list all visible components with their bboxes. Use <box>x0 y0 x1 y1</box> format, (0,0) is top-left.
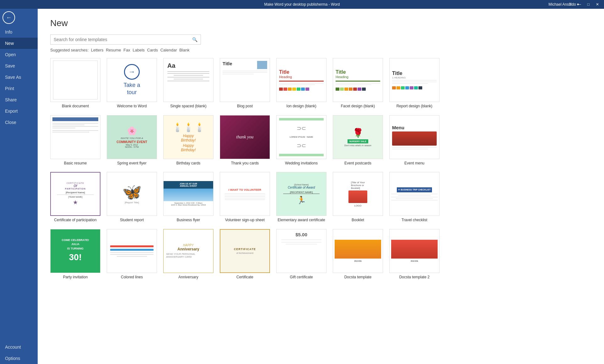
template-single-spaced[interactable]: Aa Single spaced (blank) <box>163 58 213 109</box>
sidebar-item-info[interactable]: Info <box>0 26 38 38</box>
template-event-menu[interactable]: Menu Event menu <box>389 115 440 166</box>
search-button[interactable]: 🔍 <box>189 35 201 44</box>
take-tour-arrow-icon: → <box>124 64 140 80</box>
template-facet-design[interactable]: Title Heading Facet de <box>333 58 383 109</box>
sidebar-item-print[interactable]: Print <box>0 83 38 94</box>
template-volunteer-signup[interactable]: I WANT TO VOLUNTEER Volunteer sign-up sh… <box>220 172 270 223</box>
template-label-event-postcards: Event postcards <box>344 161 371 166</box>
sidebar-item-export[interactable]: Export <box>0 105 38 117</box>
docsta2-img <box>391 240 438 259</box>
template-label-resume: Basic resume <box>64 161 87 166</box>
butterfly-icon: 🦋 <box>122 184 142 200</box>
template-label-party: Party invitation <box>63 275 88 280</box>
docsta1-img <box>335 240 381 259</box>
blog-img-placeholder <box>257 61 267 69</box>
volunteer-title: I WANT TO VOLUNTEER <box>229 188 261 191</box>
search-input[interactable] <box>51 35 189 44</box>
template-elementary-award[interactable]: [School Name] Certificate of Award [RECI… <box>276 172 326 223</box>
template-label-tour: Welcome to Word <box>117 104 147 109</box>
sidebar-item-account[interactable]: Account <box>0 341 38 353</box>
suggested-label: Suggested searches: <box>50 48 89 52</box>
template-label-blank: Blank document <box>62 104 89 109</box>
sugg-fax[interactable]: Fax <box>123 48 130 52</box>
wedding-rings-icon: ⊃⊂ <box>297 125 306 132</box>
template-label-birthday: Birthday cards <box>176 161 201 166</box>
template-event-postcards[interactable]: 🌹 NURSERY SALE Don't miss what's in seas… <box>333 115 383 166</box>
template-label-anniversary: Anniversary <box>178 275 198 280</box>
template-label-cert: Certificate of participation <box>54 218 96 223</box>
sidebar-item-share[interactable]: Share <box>0 94 38 105</box>
page-title: New <box>50 18 591 28</box>
biz-flyer-img <box>164 189 213 201</box>
award-img: 🏃 <box>297 196 306 205</box>
template-label-facet: Facet design (blank) <box>341 104 375 109</box>
title-bar-controls: ? — □ ✕ <box>566 2 601 7</box>
template-cert-participation[interactable]: CERTIFICATE Of PARTICIPATION [Recipient … <box>50 172 100 223</box>
template-label-award: Elementary award certificate <box>278 218 325 223</box>
sidebar-item-new[interactable]: New <box>0 38 38 49</box>
template-label-event-menu: Event menu <box>404 161 424 166</box>
template-label-colored: Colored lines <box>121 275 143 280</box>
party-text: COME CELEBRATE!JULIAIS TURNING30! <box>62 238 89 264</box>
flower-icon: 🌹 <box>353 128 364 138</box>
template-party-invite[interactable]: COME CELEBRATE!JULIAIS TURNING30! Party … <box>50 229 100 280</box>
template-label-docsta1: Docsta template <box>344 275 372 280</box>
template-label-thankyou: Thank you cards <box>231 161 259 166</box>
sugg-resume[interactable]: Resume <box>106 48 121 52</box>
sidebar-item-open[interactable]: Open <box>0 49 38 60</box>
template-spring-flyer[interactable]: 🌸 INVITE YOU FOR A COMMUNITY EVENT May 5… <box>107 115 157 166</box>
main-content: New 🔍 Suggested searches: Letters Resume… <box>38 9 604 364</box>
minimize-button[interactable]: — <box>575 2 584 7</box>
title-bar: Make Word your desktop publisherma - Wor… <box>0 0 604 9</box>
template-certificate2[interactable]: CERTIFICATE of Achievement Certificate <box>220 229 270 280</box>
template-docsta1[interactable]: docsta Docsta template <box>333 229 383 280</box>
template-label-volunteer: Volunteer sign-up sheet <box>225 218 265 223</box>
sugg-letters[interactable]: Letters <box>91 48 104 52</box>
template-basic-resume[interactable]: Basic resume <box>50 115 100 166</box>
template-label-biz-flyer: Business flyer <box>177 218 200 223</box>
template-blank-document[interactable]: Blank document <box>50 58 100 109</box>
sugg-labels[interactable]: Labels <box>132 48 144 52</box>
template-dollar-gift[interactable]: $5.00 Gift certificate <box>276 229 326 280</box>
blog-title-preview: Title <box>223 61 257 66</box>
sugg-cards[interactable]: Cards <box>147 48 158 52</box>
template-thank-you-cards[interactable]: thank you Thank you cards <box>220 115 270 166</box>
template-welcome-word[interactable]: → Take atour Welcome to Word <box>107 58 157 109</box>
template-business-flyer[interactable]: JOIN US AT OURANNUAL EVENT September 1, … <box>163 172 213 223</box>
back-button[interactable]: ← <box>3 11 15 24</box>
template-travel-checklist[interactable]: ✈ BUSINESS TRIP CHECKLIST Travel checkli… <box>389 172 440 223</box>
close-button[interactable]: ✕ <box>593 2 601 7</box>
templates-grid-row1: Blank document → Take atour Welcome to W… <box>50 58 591 109</box>
menu-img <box>392 131 437 146</box>
title-bar-text: Make Word your desktop publisherma - Wor… <box>264 2 340 7</box>
sidebar-item-saveas[interactable]: Save As <box>0 72 38 83</box>
dollar-price-text: $5.00 <box>295 232 307 237</box>
candles-icon: 🕯️🕯️🕯️ <box>172 122 205 132</box>
template-ion-design[interactable]: Title Heading Ion desi <box>276 58 326 109</box>
template-anniversary[interactable]: HAPPY Anniversary SEND YOUR PERSONAL ANN… <box>163 229 213 280</box>
biz-flyer-header: JOIN US AT OURANNUAL EVENT <box>164 181 213 189</box>
sidebar-item-save[interactable]: Save <box>0 60 38 72</box>
help-button[interactable]: ? <box>566 2 574 7</box>
template-report-design[interactable]: Title 1 HEADING Report <box>389 58 440 109</box>
sugg-calendar[interactable]: Calendar <box>160 48 177 52</box>
template-blog-post[interactable]: Title Blog post <box>220 58 270 109</box>
take-tour-text: Take atour <box>123 82 140 96</box>
thankyou-text: thank you <box>236 135 254 140</box>
template-label-cert2: Certificate <box>236 275 253 280</box>
template-birthday-cards[interactable]: 🕯️🕯️🕯️ Happy Birthday! Happy Birthday! B… <box>163 115 213 166</box>
sugg-blank[interactable]: Blank <box>179 48 190 52</box>
sidebar-item-close[interactable]: Close <box>0 117 38 128</box>
maximize-button[interactable]: □ <box>585 2 592 7</box>
template-colored-lines[interactable]: Colored lines <box>107 229 157 280</box>
template-wedding-invitations[interactable]: ⊃⊂ LOREM IPSUM · NAME ⊃⊂ Wedding invitat… <box>276 115 326 166</box>
sidebar-item-options[interactable]: Options <box>0 353 38 364</box>
template-booklet[interactable]: [Title of YourBrochure orBooklet] LOGO B… <box>333 172 383 223</box>
suggested-searches: Suggested searches: Letters Resume Fax L… <box>50 48 591 52</box>
template-label-dollar: Gift certificate <box>290 275 313 280</box>
search-bar: 🔍 <box>50 35 201 45</box>
template-docsta2[interactable]: docsta Docsta template 2 <box>389 229 440 280</box>
template-label-docsta2: Docsta template 2 <box>399 275 430 280</box>
template-student-report[interactable]: 🦋 [Report Title] Student report <box>107 172 157 223</box>
template-label-booklet: Booklet <box>352 218 364 223</box>
